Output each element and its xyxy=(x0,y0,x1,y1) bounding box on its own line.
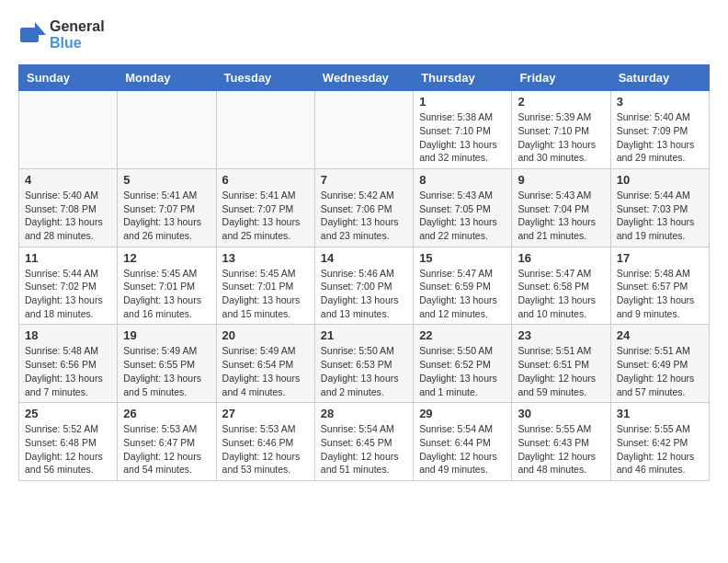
day-info: Sunrise: 5:40 AMSunset: 7:08 PMDaylight:… xyxy=(25,189,111,243)
calendar-week-row: 18Sunrise: 5:48 AMSunset: 6:56 PMDayligh… xyxy=(19,325,710,403)
day-number: 20 xyxy=(222,328,309,342)
calendar: SundayMondayTuesdayWednesdayThursdayFrid… xyxy=(18,64,710,481)
day-info: Sunrise: 5:47 AMSunset: 6:59 PMDaylight:… xyxy=(419,267,506,321)
page: General Blue SundayMondayTuesdayWednesda… xyxy=(0,0,728,500)
day-info: Sunrise: 5:48 AMSunset: 6:57 PMDaylight:… xyxy=(617,267,703,321)
weekday-header: Thursday xyxy=(414,65,512,91)
day-info: Sunrise: 5:55 AMSunset: 6:43 PMDaylight:… xyxy=(518,422,604,477)
day-number: 31 xyxy=(617,407,703,420)
calendar-cell: 5Sunrise: 5:41 AMSunset: 7:07 PMDaylight… xyxy=(118,168,216,247)
day-number: 13 xyxy=(222,251,309,265)
calendar-cell xyxy=(314,91,413,169)
day-info: Sunrise: 5:45 AMSunset: 7:01 PMDaylight:… xyxy=(123,267,210,321)
calendar-cell: 15Sunrise: 5:47 AMSunset: 6:59 PMDayligh… xyxy=(414,247,512,325)
calendar-cell: 27Sunrise: 5:53 AMSunset: 6:46 PMDayligh… xyxy=(216,403,314,481)
weekday-header: Tuesday xyxy=(216,65,314,91)
day-info: Sunrise: 5:42 AMSunset: 7:06 PMDaylight:… xyxy=(321,189,407,243)
calendar-cell xyxy=(216,91,314,169)
logo-blue: Blue xyxy=(50,35,105,52)
day-info: Sunrise: 5:41 AMSunset: 7:07 PMDaylight:… xyxy=(222,189,309,243)
calendar-week-row: 25Sunrise: 5:52 AMSunset: 6:48 PMDayligh… xyxy=(19,403,710,481)
day-info: Sunrise: 5:52 AMSunset: 6:48 PMDaylight:… xyxy=(25,422,111,477)
day-info: Sunrise: 5:51 AMSunset: 6:51 PMDaylight:… xyxy=(518,344,604,398)
svg-marker-1 xyxy=(35,22,46,35)
day-number: 5 xyxy=(123,173,210,187)
day-info: Sunrise: 5:40 AMSunset: 7:09 PMDaylight:… xyxy=(617,110,703,165)
day-info: Sunrise: 5:53 AMSunset: 6:47 PMDaylight:… xyxy=(123,422,210,477)
day-info: Sunrise: 5:39 AMSunset: 7:10 PMDaylight:… xyxy=(518,110,604,165)
calendar-cell: 7Sunrise: 5:42 AMSunset: 7:06 PMDaylight… xyxy=(314,168,413,247)
day-info: Sunrise: 5:50 AMSunset: 6:52 PMDaylight:… xyxy=(419,344,506,398)
calendar-cell: 19Sunrise: 5:49 AMSunset: 6:55 PMDayligh… xyxy=(118,325,216,403)
day-number: 14 xyxy=(321,251,407,265)
day-info: Sunrise: 5:54 AMSunset: 6:45 PMDaylight:… xyxy=(321,422,407,477)
calendar-week-row: 11Sunrise: 5:44 AMSunset: 7:02 PMDayligh… xyxy=(19,247,710,325)
day-number: 1 xyxy=(419,95,506,109)
calendar-cell xyxy=(19,91,118,169)
day-number: 3 xyxy=(617,95,703,109)
day-info: Sunrise: 5:46 AMSunset: 7:00 PMDaylight:… xyxy=(321,267,407,321)
day-number: 15 xyxy=(419,251,506,265)
day-info: Sunrise: 5:49 AMSunset: 6:55 PMDaylight:… xyxy=(123,344,210,398)
calendar-header-row: SundayMondayTuesdayWednesdayThursdayFrid… xyxy=(19,65,710,91)
calendar-cell: 20Sunrise: 5:49 AMSunset: 6:54 PMDayligh… xyxy=(216,325,314,403)
day-number: 9 xyxy=(518,173,604,187)
day-info: Sunrise: 5:49 AMSunset: 6:54 PMDaylight:… xyxy=(222,344,309,398)
calendar-cell: 16Sunrise: 5:47 AMSunset: 6:58 PMDayligh… xyxy=(512,247,610,325)
weekday-header: Sunday xyxy=(19,65,118,91)
day-info: Sunrise: 5:38 AMSunset: 7:10 PMDaylight:… xyxy=(419,110,506,165)
calendar-cell: 3Sunrise: 5:40 AMSunset: 7:09 PMDaylight… xyxy=(610,91,709,169)
day-number: 12 xyxy=(123,251,210,265)
calendar-week-row: 4Sunrise: 5:40 AMSunset: 7:08 PMDaylight… xyxy=(19,168,710,247)
day-number: 16 xyxy=(518,251,604,265)
header: General Blue xyxy=(18,18,710,51)
day-info: Sunrise: 5:44 AMSunset: 7:03 PMDaylight:… xyxy=(617,189,703,243)
day-info: Sunrise: 5:44 AMSunset: 7:02 PMDaylight:… xyxy=(25,267,111,321)
weekday-header: Monday xyxy=(118,65,216,91)
calendar-cell: 1Sunrise: 5:38 AMSunset: 7:10 PMDaylight… xyxy=(414,91,512,169)
day-number: 6 xyxy=(222,173,309,187)
day-number: 7 xyxy=(321,173,407,187)
day-info: Sunrise: 5:47 AMSunset: 6:58 PMDaylight:… xyxy=(518,267,604,321)
day-info: Sunrise: 5:43 AMSunset: 7:04 PMDaylight:… xyxy=(518,189,604,243)
day-info: Sunrise: 5:41 AMSunset: 7:07 PMDaylight:… xyxy=(123,189,210,243)
day-number: 11 xyxy=(25,251,111,265)
day-number: 26 xyxy=(123,407,210,420)
calendar-cell: 21Sunrise: 5:50 AMSunset: 6:53 PMDayligh… xyxy=(314,325,413,403)
calendar-cell: 4Sunrise: 5:40 AMSunset: 7:08 PMDaylight… xyxy=(19,168,118,247)
logo: General Blue xyxy=(18,18,105,51)
day-info: Sunrise: 5:53 AMSunset: 6:46 PMDaylight:… xyxy=(222,422,309,477)
calendar-cell: 8Sunrise: 5:43 AMSunset: 7:05 PMDaylight… xyxy=(414,168,512,247)
day-number: 24 xyxy=(617,328,703,342)
calendar-cell: 26Sunrise: 5:53 AMSunset: 6:47 PMDayligh… xyxy=(118,403,216,481)
calendar-cell: 10Sunrise: 5:44 AMSunset: 7:03 PMDayligh… xyxy=(610,168,709,247)
logo-icon xyxy=(18,20,48,50)
calendar-cell: 12Sunrise: 5:45 AMSunset: 7:01 PMDayligh… xyxy=(118,247,216,325)
calendar-cell: 29Sunrise: 5:54 AMSunset: 6:44 PMDayligh… xyxy=(414,403,512,481)
day-number: 17 xyxy=(617,251,703,265)
day-number: 19 xyxy=(123,328,210,342)
calendar-cell: 23Sunrise: 5:51 AMSunset: 6:51 PMDayligh… xyxy=(512,325,610,403)
calendar-cell: 13Sunrise: 5:45 AMSunset: 7:01 PMDayligh… xyxy=(216,247,314,325)
calendar-cell: 14Sunrise: 5:46 AMSunset: 7:00 PMDayligh… xyxy=(314,247,413,325)
day-number: 18 xyxy=(25,328,111,342)
calendar-cell: 24Sunrise: 5:51 AMSunset: 6:49 PMDayligh… xyxy=(610,325,709,403)
calendar-cell: 2Sunrise: 5:39 AMSunset: 7:10 PMDaylight… xyxy=(512,91,610,169)
day-number: 30 xyxy=(518,407,604,420)
calendar-cell: 22Sunrise: 5:50 AMSunset: 6:52 PMDayligh… xyxy=(414,325,512,403)
day-number: 28 xyxy=(321,407,407,420)
day-number: 25 xyxy=(25,407,111,420)
calendar-cell: 31Sunrise: 5:55 AMSunset: 6:42 PMDayligh… xyxy=(610,403,709,481)
day-number: 10 xyxy=(617,173,703,187)
calendar-cell: 25Sunrise: 5:52 AMSunset: 6:48 PMDayligh… xyxy=(19,403,118,481)
calendar-cell: 17Sunrise: 5:48 AMSunset: 6:57 PMDayligh… xyxy=(610,247,709,325)
calendar-cell: 6Sunrise: 5:41 AMSunset: 7:07 PMDaylight… xyxy=(216,168,314,247)
day-info: Sunrise: 5:55 AMSunset: 6:42 PMDaylight:… xyxy=(617,422,703,477)
calendar-cell xyxy=(118,91,216,169)
day-number: 21 xyxy=(321,328,407,342)
calendar-cell: 28Sunrise: 5:54 AMSunset: 6:45 PMDayligh… xyxy=(314,403,413,481)
day-info: Sunrise: 5:48 AMSunset: 6:56 PMDaylight:… xyxy=(25,344,111,398)
calendar-cell: 30Sunrise: 5:55 AMSunset: 6:43 PMDayligh… xyxy=(512,403,610,481)
day-number: 8 xyxy=(419,173,506,187)
calendar-cell: 11Sunrise: 5:44 AMSunset: 7:02 PMDayligh… xyxy=(19,247,118,325)
